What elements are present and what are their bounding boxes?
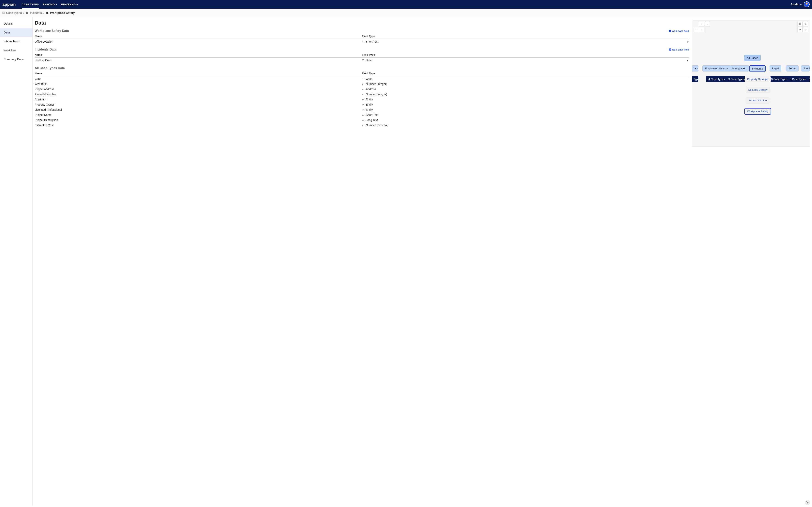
data-section: All Case Types DataNameField TypeCaseCas… [35, 66, 689, 128]
table-row: Project NameAShort Text [35, 112, 689, 117]
section-title: Workplace Safety Data [35, 29, 69, 33]
add-data-field-button[interactable]: +Add data field [669, 30, 689, 33]
breadcrumb: All Case Types / Incidents / Workplace S… [0, 9, 812, 17]
content: Data Workplace Safety Data+Add data fiel… [33, 17, 812, 506]
table-row: Year Built#Number (Integer) [35, 81, 689, 87]
col-name: Name [35, 34, 362, 39]
tree-node-permit[interactable]: Permit [786, 65, 799, 71]
svg-text:#: # [362, 124, 363, 126]
field-name: Licensed Professional [35, 107, 362, 112]
field-name: Property Owner [35, 102, 362, 107]
number-icon: # [362, 124, 365, 126]
tree-node-child[interactable]: Security Breach [746, 87, 770, 93]
field-type: Entity [362, 107, 637, 112]
folder-icon [26, 11, 28, 14]
refresh-button[interactable]: ⟳ [798, 27, 803, 32]
sidebar-item-workflow[interactable]: Workflow [0, 46, 33, 55]
field-name: Estimated Cost [35, 123, 362, 128]
tree-node-incidents[interactable]: Incidents [749, 65, 766, 72]
svg-rect-15 [364, 109, 364, 110]
sidebar-item-intake-form[interactable]: Intake Form [0, 37, 33, 46]
svg-rect-14 [364, 104, 364, 105]
helper-button[interactable] [805, 500, 810, 505]
svg-point-10 [364, 89, 364, 89]
edit-button[interactable] [687, 59, 689, 62]
zoom-in-button[interactable] [803, 21, 808, 27]
tree-node-count[interactable]: 3 Case Types [787, 76, 809, 82]
sidebar: DetailsDataIntake FormWorkflowSummary Pa… [0, 17, 33, 506]
sidebar-item-data[interactable]: Data [0, 28, 33, 37]
main: DetailsDataIntake FormWorkflowSummary Pa… [0, 17, 812, 506]
number-icon: # [362, 93, 365, 96]
data-table: NameField TypeOffice LocationAShort Text [35, 34, 689, 44]
table-row: ApplicantEntity [35, 97, 689, 102]
table-row: Licensed ProfessionalEntity [35, 107, 689, 112]
link-icon [362, 88, 365, 91]
diagram-connectors [692, 20, 752, 50]
svg-text:#: # [362, 83, 363, 85]
field-name: Year Built [35, 81, 362, 87]
tree-node-count[interactable]: 3 Case Types [726, 76, 747, 82]
entity-icon [362, 98, 365, 101]
breadcrumb-root[interactable]: All Case Types [2, 11, 22, 14]
col-type: Field Type [362, 71, 637, 76]
field-name: Project Address [35, 87, 362, 92]
data-table: NameField TypeIncident DateDate [35, 52, 689, 63]
edit-button[interactable] [687, 40, 689, 43]
page-title: Data [35, 20, 689, 26]
field-type: AShort Text [362, 112, 637, 117]
tree-node-legal[interactable]: Legal [770, 65, 781, 71]
svg-line-20 [801, 24, 801, 25]
table-row: Project DescriptionALong Text [35, 117, 689, 123]
svg-rect-1 [362, 59, 364, 61]
tree-node-child[interactable]: Property Damage [745, 76, 771, 82]
top-nav: CASE TYPESTASKINGBRANDING [21, 0, 78, 9]
table-row: Parcel Id Number#Number (Integer) [35, 92, 689, 97]
table-row: CaseCase [35, 76, 689, 81]
breadcrumb-sep: / [43, 11, 44, 14]
data-section: Workplace Safety Data+Add data fieldName… [35, 29, 689, 44]
tree-node-count[interactable]: 3 [806, 76, 810, 82]
tree-node-count[interactable]: Types [692, 76, 698, 82]
tree-node-problem[interactable]: Proble [801, 65, 810, 71]
breadcrumb-current: Workplace Safety [50, 11, 75, 14]
add-data-field-button[interactable]: +Add data field [669, 48, 689, 51]
nav-case-types[interactable]: CASE TYPES [21, 0, 39, 9]
field-type: #Number (Decimal) [362, 123, 637, 128]
tree-node-root[interactable]: All Cases [744, 55, 761, 61]
hierarchy-diagram[interactable]: ↑ → ← ↓ ⟳ ⤢ All CasesrateTypesEmployee L… [692, 20, 810, 147]
zoom-controls [798, 21, 808, 27]
field-name: Case [35, 76, 362, 81]
field-type: ALong Text [362, 117, 637, 123]
breadcrumb-folder[interactable]: Incidents [30, 11, 42, 14]
studio-dropdown[interactable]: Studio [791, 3, 802, 6]
svg-text:A: A [362, 114, 364, 116]
sidebar-item-details[interactable]: Details [0, 19, 33, 28]
short-text-icon: A [362, 114, 365, 116]
nav-branding[interactable]: BRANDING [61, 0, 78, 9]
table-row: Estimated Cost#Number (Decimal) [35, 123, 689, 128]
svg-text:#: # [362, 93, 363, 95]
field-name: Project Name [35, 112, 362, 117]
sidebar-item-summary-page[interactable]: Summary Page [0, 55, 33, 64]
date-icon [362, 59, 365, 62]
zoom-out-button[interactable] [798, 21, 803, 27]
short-text-icon: A [362, 119, 365, 121]
nav-tasking[interactable]: TASKING [43, 0, 57, 9]
section-title: All Case Types Data [35, 66, 65, 70]
tree-node-child[interactable]: Traffic Violation [746, 98, 769, 104]
svg-point-6 [364, 78, 364, 79]
tree-node-employee[interactable]: Employee Lifecycle [702, 65, 730, 71]
fit-button[interactable]: ⤢ [803, 27, 808, 32]
tree-node-child[interactable]: Workplace Safety [745, 108, 771, 115]
svg-line-23 [806, 24, 807, 25]
tree-node-corporate[interactable]: rate [692, 65, 698, 71]
tree-node-count[interactable]: 4 Case Types [706, 76, 727, 82]
tree-node-immigration[interactable]: Immigration [730, 65, 749, 71]
file-icon [46, 11, 48, 14]
data-section: Incidents Data+Add data fieldNameField T… [35, 48, 689, 63]
field-type: Case [362, 76, 637, 81]
field-type: Entity [362, 97, 637, 102]
tree-node-count[interactable]: 3 Case Types [769, 76, 790, 82]
avatar[interactable] [804, 1, 810, 7]
